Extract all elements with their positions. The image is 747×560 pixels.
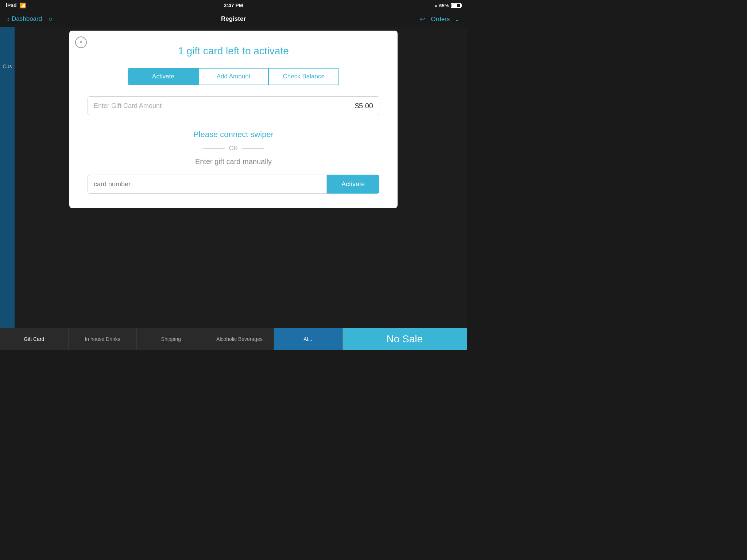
bluetooth-icon: ⁎ — [435, 3, 437, 8]
or-text: OR — [229, 145, 238, 152]
modal-overlay: × 1 gift card left to activate Activate … — [0, 27, 467, 328]
wifi-icon: 📶 — [20, 3, 26, 8]
tab-shipping[interactable]: Shipping — [137, 328, 205, 350]
chevron-down-icon: ⌄ — [454, 16, 460, 23]
amount-input-wrapper: Enter Gift Card Amount $5.00 — [88, 96, 379, 115]
back-chevron-icon: ‹ — [7, 15, 9, 23]
tab-in-house-drinks[interactable]: In house Drinks — [69, 328, 137, 350]
nav-title: Register — [221, 15, 246, 23]
bottom-tab-bar: Gift Card In house Drinks Shipping Alcoh… — [0, 328, 467, 350]
battery-label: 65% — [439, 3, 449, 8]
no-sale-button[interactable]: No Sale — [342, 328, 467, 350]
tab-gift-card[interactable]: Gift Card — [0, 328, 69, 350]
manual-entry-label: Enter gift card manually — [88, 158, 379, 166]
swiper-text: Please connect swiper — [88, 130, 379, 139]
add-amount-tab[interactable]: Add Amount — [199, 69, 269, 85]
battery-icon — [451, 3, 461, 8]
time-display: 3:47 PM — [224, 3, 243, 8]
check-balance-tab[interactable]: Check Balance — [269, 69, 338, 85]
or-divider: OR — [88, 145, 379, 152]
tab-bar: Activate Add Amount Check Balance — [128, 68, 339, 85]
activate-button[interactable]: Activate — [327, 175, 379, 194]
back-icon: ↩ — [420, 16, 425, 23]
close-button[interactable]: × — [75, 36, 87, 48]
device-label: iPad — [6, 3, 17, 8]
search-icon[interactable]: ○ — [49, 15, 53, 23]
close-icon: × — [79, 39, 82, 46]
nav-bar: ‹ Dashboard ○ Register ↩ Orders ⌄ — [0, 11, 467, 27]
activate-tab[interactable]: Activate — [128, 69, 199, 85]
or-line-right — [242, 148, 264, 149]
back-nav[interactable]: ‹ Dashboard ○ — [7, 15, 53, 23]
gift-card-modal: × 1 gift card left to activate Activate … — [69, 31, 398, 208]
or-line-left — [203, 148, 225, 149]
card-input-row: Activate — [88, 175, 379, 194]
modal-title: 1 gift card left to activate — [88, 45, 379, 57]
card-number-input[interactable] — [88, 175, 327, 194]
amount-value: $5.00 — [355, 102, 373, 110]
tab-alcoholic-beverages[interactable]: Alcoholic Beverages — [205, 328, 274, 350]
amount-placeholder: Enter Gift Card Amount — [94, 102, 355, 110]
dashboard-link[interactable]: Dashboard — [12, 15, 42, 23]
status-bar: iPad 📶 3:47 PM ⁎ 65% — [0, 0, 467, 11]
tab-al[interactable]: Al... — [274, 328, 342, 350]
orders-link[interactable]: ↩ Orders ⌄ — [420, 15, 460, 23]
